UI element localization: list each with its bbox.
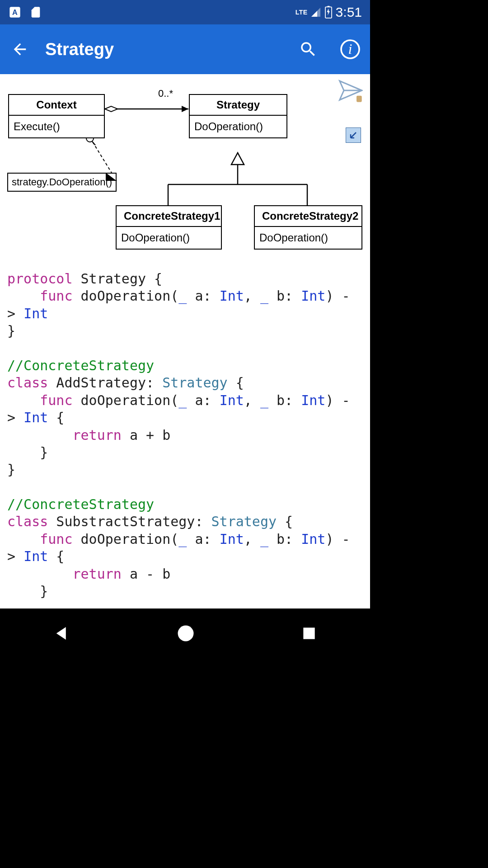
brace1: } [7,323,15,339]
content[interactable]: 0..* Context Execute() Strategy DoOperat… [0,74,370,609]
collapse-icon[interactable] [346,127,361,143]
ap2: ) - [325,392,350,408]
int6: Int [23,410,48,425]
underscore1: _ [178,288,187,304]
kw-func: func [40,288,72,304]
battery-charging-icon [324,6,333,19]
status-right: LTE 3:51 [296,5,362,20]
uml-strategy-title: Strategy [190,95,286,116]
svg-rect-17 [357,96,362,102]
info-button[interactable]: i [339,38,361,60]
system-nav-bar [0,609,370,658]
int4: Int [220,392,244,408]
aplus: a + b [122,427,170,443]
uml-note: strategy.DoOperation() [7,173,117,192]
cb1: } [7,444,48,460]
comment2: //ConcreteStrategy [7,496,154,512]
type-strategy1: Strategy [162,375,228,391]
aminus: a - b [122,566,170,582]
pb2: b: [268,392,301,408]
svg-point-18 [178,626,194,642]
uml-concrete2-method: DoOperation() [255,227,361,249]
lte-label: LTE [296,9,308,16]
uml-context: Context Execute() [8,94,105,138]
addstrategy: AddStrategy: [48,375,162,391]
page-title: Strategy [45,40,114,59]
pb3: b: [268,531,301,547]
kw-func3: func [40,531,72,547]
kw-return1: return [73,427,122,443]
uml-concrete1-method: DoOperation() [117,227,221,249]
uml-diagram: 0..* Context Execute() Strategy DoOperat… [0,74,370,264]
svg-line-16 [92,142,95,145]
int2: Int [301,288,325,304]
c2: , [244,392,260,408]
kw-func2: func [40,392,72,408]
app-actions: i [297,38,361,60]
u6: _ [260,531,268,547]
uml-concrete2-title: ConcreteStrategy2 [255,206,361,227]
code-block: protocol Strategy { func doOperation(_ a… [0,264,370,600]
kw-class2: class [7,514,48,529]
app-bar: Strategy i [0,24,370,74]
comma1: , [244,288,260,304]
u5: _ [178,531,187,547]
svg-marker-8 [182,106,188,112]
uml-strategy-method: DoOperation() [190,116,286,137]
int8: Int [301,531,325,547]
gt: > [7,306,23,321]
int5: Int [301,392,325,408]
pa3: a: [187,531,219,547]
int9: Int [23,548,48,564]
u3: _ [178,392,187,408]
uml-context-method: Execute() [9,116,104,137]
arrow-part: ) - [325,288,350,304]
sdcard-icon [29,5,42,19]
pa2: a: [187,392,219,408]
kw-class1: class [7,375,48,391]
uml-strategy: Strategy DoOperation() [189,94,287,138]
cb2: } [7,462,15,477]
nav-back-button[interactable] [52,624,71,643]
type-strategy2: Strategy [211,514,277,529]
c3: , [244,531,260,547]
signal-icon [310,7,321,18]
u4: _ [260,392,268,408]
gt2: > [7,410,23,425]
search-button[interactable] [297,38,319,60]
svg-marker-10 [231,153,244,165]
ap3: ) - [325,531,350,547]
kw-return2: return [73,566,122,582]
svg-rect-3 [327,6,329,7]
nav-home-button[interactable] [176,624,195,643]
protocol-name: Strategy { [73,271,163,287]
int1: Int [220,288,244,304]
uml-concrete2: ConcreteStrategy2 DoOperation() [254,205,362,250]
brace3: { [277,514,293,529]
status-bar: A LTE 3:51 [0,0,370,24]
gt3: > [7,548,23,564]
param-b: b: [268,288,301,304]
sig2: doOperation( [73,392,179,408]
sig3: doOperation( [73,531,179,547]
kw-protocol: protocol [7,271,73,287]
underscore2: _ [260,288,268,304]
comment1: //ConcreteStrategy [7,358,154,373]
int7: Int [220,531,244,547]
nav-recent-button[interactable] [300,625,318,642]
share-icon[interactable] [338,78,363,103]
svg-marker-7 [105,106,117,112]
back-button[interactable] [9,38,31,60]
cb3: } [7,583,48,599]
svg-text:i: i [348,41,352,57]
svg-rect-19 [303,627,314,639]
app-a-icon: A [8,5,22,19]
status-left: A [8,5,42,19]
sig-doop: doOperation( [73,288,179,304]
uml-concrete1: ConcreteStrategy1 DoOperation() [116,205,222,250]
uml-concrete1-title: ConcreteStrategy1 [117,206,221,227]
brace2: { [228,375,244,391]
svg-text:A: A [12,8,18,16]
substrategy: SubstractStrategy: [48,514,211,529]
clock: 3:51 [336,5,362,20]
